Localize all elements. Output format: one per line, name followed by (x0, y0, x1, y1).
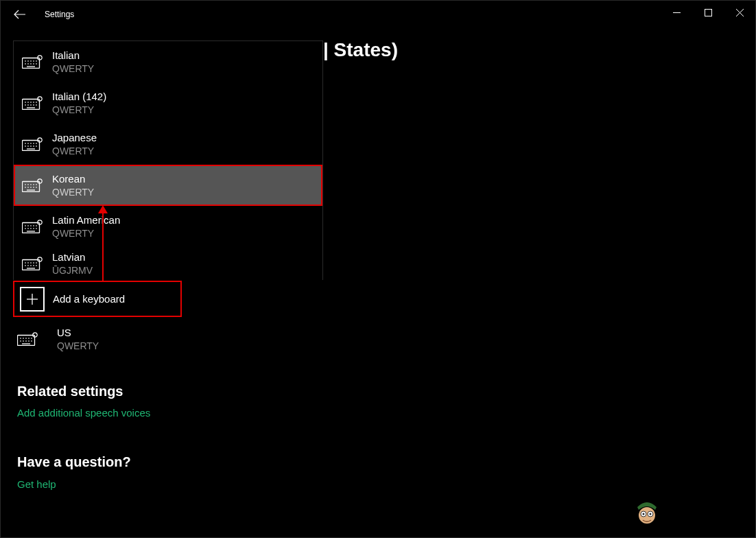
installed-keyboard-layout: QWERTY (57, 340, 99, 352)
installed-keyboard-us[interactable]: US QWERTY (17, 326, 99, 352)
annotation-arrow-head (98, 205, 108, 213)
keyboard-option-layout: QWERTY (52, 104, 106, 116)
plus-icon (20, 287, 45, 312)
get-help-link[interactable]: Get help (17, 478, 56, 490)
minimize-button[interactable] (661, 1, 692, 24)
annotation-arrow (102, 207, 104, 282)
keyboard-option-layout: QWERTY (52, 186, 94, 198)
installed-keyboard-name: US (57, 326, 99, 340)
keyboard-option-label: Japanese (52, 131, 97, 145)
keyboard-option-italian-142[interactable]: Italian (142)QWERTY (14, 82, 322, 124)
keyboard-option-italian[interactable]: ItalianQWERTY (14, 41, 322, 82)
mascot-icon (635, 500, 659, 525)
back-button[interactable] (12, 6, 28, 23)
keyboard-option-latin-american[interactable]: Latin AmericanQWERTY (14, 206, 322, 247)
have-a-question-heading: Have a question? (17, 454, 131, 470)
keyboard-option-latvian[interactable]: LatvianŪGJRMV (14, 247, 322, 280)
close-button[interactable] (724, 1, 755, 24)
keyboard-option-label: Italian (142) (52, 90, 106, 104)
keyboard-option-label: Italian (52, 49, 94, 62)
keyboard-option-label: Latvian (52, 250, 93, 264)
keyboard-icon (22, 96, 43, 110)
keyboard-option-japanese[interactable]: JapaneseQWERTY (14, 124, 322, 165)
keyboard-option-layout: ŪGJRMV (52, 264, 93, 277)
keyboard-icon (22, 220, 43, 233)
svg-point-45 (650, 513, 652, 515)
svg-point-44 (643, 513, 645, 515)
keyboard-option-label: Korean (52, 172, 94, 186)
keyboard-option-layout: QWERTY (52, 62, 94, 75)
keyboard-icon (17, 332, 38, 346)
keyboard-icon (22, 257, 43, 270)
keyboard-icon (22, 55, 43, 69)
keyboard-option-layout: QWERTY (52, 145, 97, 157)
keyboard-icon (22, 178, 43, 192)
add-keyboard-label: Add a keyboard (53, 293, 125, 305)
keyboard-dropdown[interactable]: ItalianQWERTY Italian (142)QWERTY Japane… (13, 40, 323, 280)
add-keyboard-button[interactable]: Add a keyboard (13, 281, 182, 317)
keyboard-option-label: Latin American (52, 213, 120, 227)
keyboard-icon (22, 137, 43, 151)
svg-rect-1 (705, 9, 711, 16)
page-heading-fragment: | States) (323, 39, 398, 61)
maximize-button[interactable] (692, 1, 724, 24)
related-settings-heading: Related settings (17, 384, 123, 399)
keyboard-option-layout: QWERTY (52, 227, 120, 239)
app-title: Settings (45, 10, 74, 19)
add-speech-voices-link[interactable]: Add additional speech voices (17, 407, 150, 419)
keyboard-option-korean[interactable]: KoreanQWERTY (14, 165, 322, 206)
